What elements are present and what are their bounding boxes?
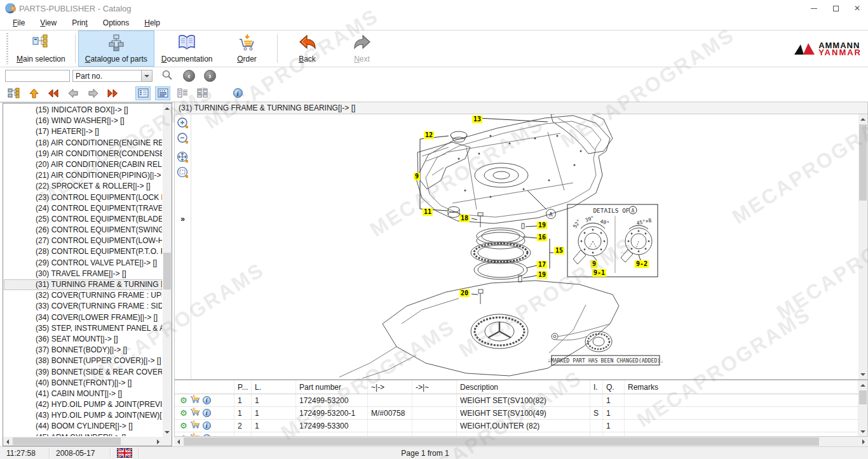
add-to-order-icon[interactable] [190, 407, 200, 419]
sidebar-item[interactable]: (15) INDICATOR BOX[|-> [] [4, 105, 162, 116]
sidebar-item[interactable]: (38) BONNET(UPPER COVER)[|-> [] [4, 356, 162, 366]
tile-view-button[interactable] [194, 86, 210, 100]
language-flag[interactable] [111, 448, 139, 458]
sidebar-vertical-scrollbar[interactable] [163, 103, 172, 437]
scroll-up-arrow[interactable] [858, 380, 867, 390]
minimize-button[interactable] [803, 0, 825, 17]
scroll-thumb[interactable] [163, 253, 171, 289]
part-callout[interactable]: 9-1 [592, 269, 606, 277]
column-header[interactable]: ~|-> [368, 380, 412, 394]
scroll-down-arrow[interactable] [858, 369, 867, 379]
scroll-left-arrow[interactable] [174, 437, 183, 446]
config-icon[interactable]: ⚙ [180, 434, 187, 436]
part-callout[interactable]: 19 [537, 271, 547, 279]
menu-print[interactable]: Print [64, 17, 95, 30]
close-button[interactable]: ✕ [846, 0, 868, 17]
table-row[interactable]: ⚙i21172499-53300WEIGHT,OUNTER (82)1 [175, 420, 858, 432]
sidebar-item[interactable]: (32) COVER(TURNING FRAME : UPPER)[|-> [] [4, 290, 162, 301]
add-to-order-icon[interactable] [190, 432, 200, 436]
part-callout[interactable]: 13 [472, 116, 482, 123]
part-callout[interactable]: 18 [459, 215, 470, 222]
sidebar-item[interactable]: (25) CONTROL EQUIPMENT(BLADE LEVER)[|-> … [4, 214, 162, 225]
previous-page-button[interactable] [65, 86, 81, 100]
last-page-button[interactable] [105, 86, 120, 100]
scroll-thumb[interactable] [859, 124, 867, 201]
sidebar-item[interactable]: (30) TRAVEL FRAME[|-> [] [4, 269, 162, 279]
first-page-button[interactable] [46, 86, 61, 100]
config-icon[interactable]: ⚙ [180, 409, 187, 417]
info-icon[interactable]: i [203, 434, 211, 436]
scroll-thumb[interactable] [184, 437, 819, 446]
maximize-button[interactable] [825, 0, 846, 17]
config-icon[interactable]: ⚙ [180, 422, 187, 430]
menu-options[interactable]: Options [95, 17, 137, 30]
sidebar-item[interactable]: (21) AIR CONDITIONER(PIPING)[|-> [] [4, 170, 162, 181]
pan-button[interactable] [177, 151, 189, 164]
sidebar-item[interactable]: (41) CABIN MOUNT[|-> [] [4, 389, 162, 399]
split-view-button[interactable] [175, 86, 190, 100]
back-button[interactable]: Back [280, 30, 335, 67]
scroll-up-arrow[interactable] [163, 103, 172, 113]
sidebar-item[interactable]: (44) BOOM CYLINDER[|-> [] [4, 421, 162, 432]
column-header[interactable]: Part number [296, 380, 368, 394]
scroll-thumb[interactable] [13, 437, 121, 445]
sidebar-item[interactable]: (35) STEP, INSTRUMENT PANEL & ARM REST[|… [4, 323, 162, 334]
history-back-button[interactable]: ‹ [183, 70, 195, 82]
sidebar-item[interactable]: (20) AIR CONDITIONER(CABIN RELATED)[|-> … [4, 159, 162, 170]
sidebar-item[interactable]: (43) HYD.OIL PUMP & JOINT(NEW)[|-> [] [4, 410, 162, 421]
scroll-down-arrow[interactable] [858, 427, 867, 436]
sidebar-item[interactable]: (28) CONTROL EQUIPMENT(P.T.O. PEDAL)[|->… [4, 246, 162, 257]
part-callout[interactable]: 16 [537, 234, 547, 241]
sidebar-item[interactable]: (39) BONNET(SIDE & REAR COVER)[|-> [] [4, 367, 162, 378]
column-header[interactable] [175, 380, 234, 394]
zoom-in-button[interactable] [177, 117, 189, 130]
scroll-up-arrow[interactable] [858, 114, 867, 124]
part-callout[interactable]: 17 [537, 261, 547, 269]
add-to-order-icon[interactable] [190, 420, 200, 432]
search-input[interactable] [5, 70, 70, 82]
sidebar-item[interactable]: (18) AIR CONDITIONER(ENGINE RELATED)[|->… [4, 138, 162, 149]
expand-tools-button[interactable]: » [177, 215, 189, 223]
column-header[interactable]: P... [234, 380, 252, 394]
sidebar-item[interactable]: (34) COVER(LOWER FRAME)[|-> [] [4, 312, 162, 323]
catalogue-of-parts-button[interactable]: Catalogue of parts [78, 30, 154, 67]
info-button[interactable]: i [230, 86, 245, 100]
column-header[interactable]: Q. [603, 380, 625, 394]
column-header[interactable]: L. [252, 380, 296, 394]
scroll-left-arrow[interactable] [3, 437, 12, 446]
main-selection-button[interactable]: Main selection [10, 30, 72, 67]
sidebar-item[interactable]: (17) HEATER[|-> [] [4, 126, 162, 137]
hotspot-list-view-button[interactable] [135, 86, 151, 100]
search-magnifier-icon[interactable] [161, 69, 173, 83]
part-callout[interactable]: 20 [459, 289, 470, 297]
scroll-thumb[interactable] [859, 390, 867, 404]
next-page-button[interactable] [85, 86, 100, 100]
scroll-right-arrow[interactable] [154, 437, 163, 446]
sidebar-item[interactable]: (36) SEAT MOUNT[|-> [] [4, 334, 162, 345]
scroll-down-arrow[interactable] [163, 427, 172, 437]
column-header[interactable]: Remarks [625, 380, 858, 394]
sidebar-item[interactable]: (42) HYD.OIL PUMP & JOINT(PREVIOUS)[|-> … [4, 399, 162, 410]
sidebar-item[interactable]: (26) CONTROL EQUIPMENT(SWING PEDAL)[|-> … [4, 225, 162, 236]
dropdown-chevron-icon[interactable] [141, 70, 152, 81]
menu-help[interactable]: Help [137, 17, 168, 30]
column-header[interactable]: ->|~ [412, 380, 457, 394]
table-row[interactable]: ⚙i11172499-53200-1M/#00758WEIGHT SET(SV1… [175, 407, 858, 420]
part-callout[interactable]: 9 [591, 260, 597, 268]
sidebar-item[interactable]: (37) BONNET(BODY)[|-> [] [4, 345, 162, 356]
part-callout[interactable]: 15 [554, 247, 564, 255]
text-view-button[interactable] [155, 86, 170, 100]
column-header[interactable]: Description [457, 380, 590, 394]
scroll-right-arrow[interactable] [859, 437, 868, 446]
menu-view[interactable]: View [32, 17, 64, 30]
config-icon[interactable]: ⚙ [180, 396, 187, 404]
search-field-dropdown[interactable]: Part no. [72, 70, 153, 82]
tree-view-button[interactable] [6, 86, 22, 100]
column-header[interactable]: I. [590, 380, 603, 394]
diagram-canvas[interactable]: A DETAILS OF A [192, 114, 859, 378]
part-callout[interactable]: 11 [423, 208, 433, 216]
sidebar-item[interactable]: (27) CONTROL EQUIPMENT(LOW-HIGH PEDAL)[|… [4, 236, 162, 246]
sidebar-item[interactable]: (23) CONTROL EQUIPMENT(LOCK LEVER)[|-> [… [4, 192, 162, 203]
info-icon[interactable]: i [203, 422, 211, 430]
info-icon[interactable]: i [203, 409, 211, 417]
